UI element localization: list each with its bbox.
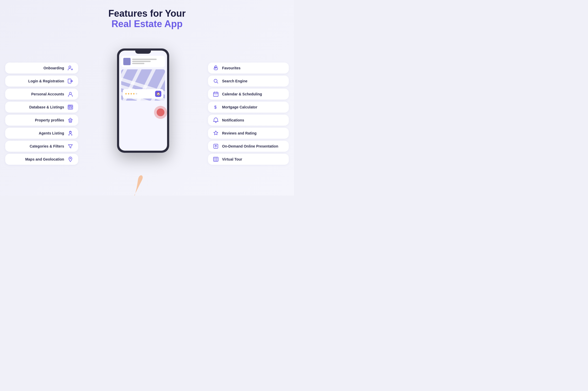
svg-rect-25 bbox=[213, 157, 218, 161]
star-2: ★ bbox=[127, 92, 130, 95]
online-presentation-icon bbox=[212, 143, 219, 149]
phone-screen-content: ★ ★ ★ ★ ★ 🏠 bbox=[119, 54, 167, 151]
phone-notch bbox=[135, 51, 151, 54]
feature-label-onboarding: Onboarding bbox=[9, 66, 64, 70]
screen-map: ★ ★ ★ ★ ★ 🏠 bbox=[121, 69, 165, 101]
feature-onboarding: Onboarding bbox=[5, 63, 78, 74]
feature-maps-geolocation: Maps and Geolocation bbox=[5, 154, 78, 165]
screen-line-2 bbox=[132, 61, 151, 62]
screen-line-3 bbox=[132, 63, 144, 64]
database-icon bbox=[67, 104, 74, 110]
feature-label-calendar-scheduling: Calendar & Scheduling bbox=[222, 92, 285, 96]
phone-mockup: ★ ★ ★ ★ ★ 🏠 bbox=[104, 48, 182, 179]
feature-label-reviews-rating: Reviews and Rating bbox=[222, 131, 285, 135]
feature-mortgage-calculator: $ Mortgage Calculator bbox=[208, 102, 289, 113]
svg-rect-19 bbox=[213, 92, 218, 96]
star-1: ★ bbox=[125, 92, 127, 95]
feature-label-property-profiles: Property profiles bbox=[9, 118, 64, 122]
svg-point-20 bbox=[215, 95, 215, 95]
property-profiles-icon bbox=[67, 117, 74, 123]
hands-illustration bbox=[101, 173, 185, 196]
phone-screen: ★ ★ ★ ★ ★ 🏠 bbox=[119, 51, 167, 151]
svg-point-21 bbox=[216, 95, 216, 95]
svg-point-0 bbox=[69, 66, 71, 68]
home-badge-icon: 🏠 bbox=[155, 91, 161, 97]
content-area: Onboarding Login & Registration bbox=[0, 32, 294, 196]
title-line1: Features for Your bbox=[108, 8, 186, 19]
map-listing-popup: ★ ★ ★ ★ ★ 🏠 bbox=[123, 89, 163, 99]
svg-point-2 bbox=[69, 92, 71, 94]
feature-label-database: Database & Listings bbox=[9, 105, 64, 109]
feature-agents-listing: Agents Listing bbox=[5, 128, 78, 139]
mortgage-calculator-icon: $ bbox=[212, 104, 219, 110]
screen-card-text bbox=[132, 59, 163, 64]
feature-notifications: Notifications bbox=[208, 115, 289, 126]
notifications-icon bbox=[212, 117, 219, 123]
left-features-list: Onboarding Login & Registration bbox=[5, 63, 78, 165]
feature-search-engine: Search Engine bbox=[208, 76, 289, 87]
personal-accounts-icon bbox=[67, 91, 74, 97]
feature-virtual-tour: Virtual Tour bbox=[208, 154, 289, 165]
svg-point-7 bbox=[70, 158, 71, 159]
login-icon bbox=[67, 78, 74, 84]
touch-inner-circle bbox=[157, 108, 164, 116]
categories-filters-icon bbox=[67, 143, 74, 149]
maps-geolocation-icon bbox=[67, 156, 74, 162]
feature-label-notifications: Notifications bbox=[222, 118, 285, 122]
screen-listing-card bbox=[121, 56, 165, 67]
svg-point-22 bbox=[217, 95, 217, 95]
phone-body: ★ ★ ★ ★ ★ 🏠 bbox=[117, 48, 169, 153]
onboarding-icon bbox=[67, 65, 74, 71]
feature-calendar-scheduling: Calendar & Scheduling bbox=[208, 89, 289, 100]
title-line2: Real Estate App bbox=[108, 19, 186, 29]
feature-label-favourites: Favourites bbox=[222, 66, 285, 70]
agents-listing-icon bbox=[67, 130, 74, 136]
feature-login: Login & Registration bbox=[5, 76, 78, 87]
screen-line-1 bbox=[132, 59, 157, 60]
feature-label-personal-accounts: Personal Accounts bbox=[9, 92, 64, 96]
favourites-icon bbox=[212, 65, 219, 71]
feature-label-search-engine: Search Engine bbox=[222, 79, 285, 83]
feature-reviews-rating: Reviews and Rating bbox=[208, 128, 289, 139]
right-features-list: Favourites Search Engine bbox=[208, 63, 289, 165]
star-4: ★ bbox=[133, 92, 135, 95]
feature-database: Database & Listings bbox=[5, 102, 78, 113]
touch-outer-circle bbox=[154, 106, 167, 119]
hands-svg bbox=[101, 173, 185, 196]
feature-label-agents-listing: Agents Listing bbox=[9, 131, 64, 135]
page: Features for Your Real Estate App Onboar… bbox=[0, 0, 294, 196]
feature-favourites: Favourites bbox=[208, 63, 289, 74]
feature-personal-accounts: Personal Accounts bbox=[5, 89, 78, 100]
feature-label-online-presentation: On-Demand Online Presentation bbox=[222, 144, 285, 148]
feature-label-virtual-tour: Virtual Tour bbox=[222, 157, 285, 161]
header: Features for Your Real Estate App bbox=[108, 8, 186, 29]
feature-label-categories-filters: Categories & Filters bbox=[9, 144, 64, 148]
feature-label-maps-geolocation: Maps and Geolocation bbox=[9, 157, 64, 161]
svg-rect-5 bbox=[70, 121, 71, 122]
search-engine-icon bbox=[212, 78, 219, 84]
feature-online-presentation: On-Demand Online Presentation bbox=[208, 141, 289, 152]
feature-label-login: Login & Registration bbox=[9, 79, 64, 83]
calendar-scheduling-icon bbox=[212, 91, 219, 97]
star-5: ★ bbox=[135, 92, 138, 95]
svg-rect-3 bbox=[68, 105, 73, 109]
svg-text:$: $ bbox=[214, 105, 217, 109]
feature-categories-filters: Categories & Filters bbox=[5, 141, 78, 152]
screen-card-thumbnail bbox=[123, 58, 131, 65]
star-3: ★ bbox=[130, 92, 132, 95]
virtual-tour-icon bbox=[212, 156, 219, 162]
reviews-rating-icon bbox=[212, 130, 219, 136]
feature-label-mortgage-calculator: Mortgage Calculator bbox=[222, 105, 285, 109]
feature-property-profiles: Property profiles bbox=[5, 115, 78, 126]
touch-indicator bbox=[119, 106, 167, 119]
star-rating: ★ ★ ★ ★ ★ bbox=[125, 92, 138, 95]
